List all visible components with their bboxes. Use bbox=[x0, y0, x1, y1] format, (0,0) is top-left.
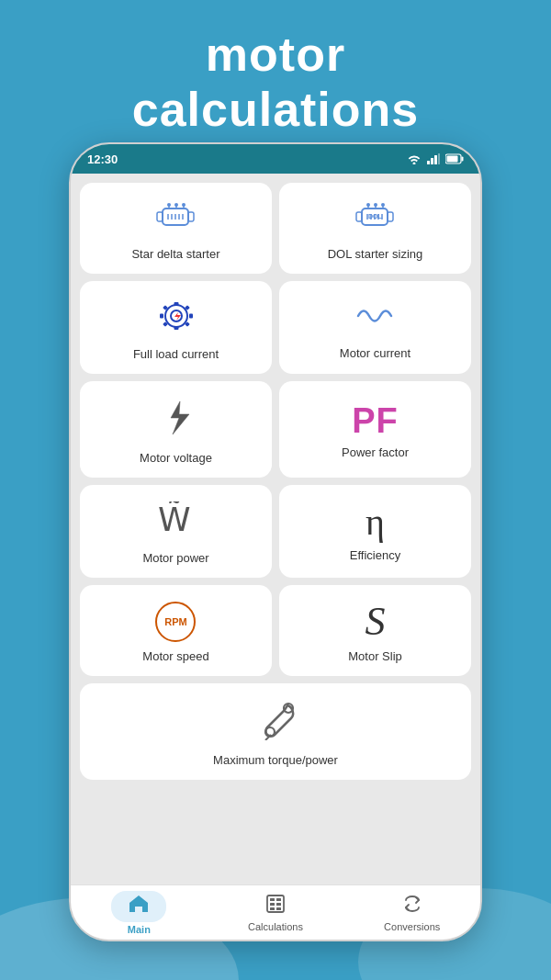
signal-icon bbox=[427, 153, 440, 164]
power-factor-icon: PF bbox=[352, 403, 399, 438]
svg-rect-5 bbox=[438, 153, 440, 164]
card-star-delta[interactable]: Star delta starter bbox=[80, 183, 272, 274]
cards-grid: Star delta starter bbox=[80, 183, 471, 780]
svg-text:DOL: DOL bbox=[368, 213, 383, 220]
svg-point-22 bbox=[182, 203, 186, 207]
card-power-factor-label: Power factor bbox=[342, 445, 409, 459]
card-dol-starter[interactable]: DOL DOL starter sizing bbox=[279, 183, 471, 274]
svg-rect-52 bbox=[267, 896, 284, 912]
svg-text:W̃: W̃ bbox=[158, 501, 191, 538]
card-motor-voltage-label: Motor voltage bbox=[140, 451, 212, 465]
svg-point-34 bbox=[366, 203, 370, 207]
card-motor-speed-label: Motor speed bbox=[142, 649, 208, 663]
svg-rect-58 bbox=[276, 907, 281, 910]
star-delta-icon bbox=[155, 199, 197, 240]
motor-current-icon bbox=[354, 299, 397, 339]
nav-conversions[interactable]: Conversions bbox=[343, 894, 480, 932]
card-motor-power-label: Motor power bbox=[142, 551, 208, 565]
convert-icon bbox=[402, 894, 422, 919]
max-torque-icon bbox=[253, 700, 298, 746]
card-full-load-label: Full load current bbox=[133, 347, 219, 361]
svg-rect-42 bbox=[160, 314, 163, 319]
card-motor-power[interactable]: W̃ Motor power bbox=[80, 485, 272, 578]
motor-voltage-icon bbox=[155, 398, 197, 444]
card-star-delta-label: Star delta starter bbox=[131, 247, 219, 261]
card-motor-speed[interactable]: RPM Motor speed bbox=[80, 585, 272, 676]
svg-point-21 bbox=[174, 203, 178, 207]
wifi-icon bbox=[407, 153, 422, 164]
battery-icon bbox=[445, 153, 464, 164]
efficiency-icon: η bbox=[365, 504, 385, 541]
svg-rect-7 bbox=[447, 156, 458, 163]
rpm-icon: RPM bbox=[155, 602, 196, 642]
card-max-torque-label: Maximum torque/power bbox=[213, 753, 338, 767]
svg-point-35 bbox=[374, 203, 377, 207]
card-motor-current[interactable]: Motor current bbox=[279, 281, 471, 374]
full-load-icon bbox=[155, 298, 197, 340]
dol-icon: DOL bbox=[354, 199, 397, 240]
motor-slip-icon: S bbox=[365, 602, 386, 642]
phone-shell: 12:30 bbox=[69, 142, 482, 941]
nav-main[interactable]: Main bbox=[71, 891, 208, 935]
motor-speed-content: RPM Motor speed bbox=[142, 602, 208, 663]
nav-calculations-label: Calculations bbox=[248, 921, 303, 932]
svg-rect-43 bbox=[189, 314, 193, 319]
svg-rect-41 bbox=[174, 326, 178, 330]
svg-rect-53 bbox=[270, 898, 275, 901]
card-max-torque[interactable]: Maximum torque/power bbox=[80, 683, 471, 780]
bottom-nav: Main Calculations bbox=[71, 884, 480, 940]
cards-area: Star delta starter bbox=[71, 174, 480, 888]
card-efficiency-label: Efficiency bbox=[350, 548, 400, 562]
card-power-factor[interactable]: PF Power factor bbox=[279, 381, 471, 478]
svg-rect-2 bbox=[427, 161, 430, 164]
svg-rect-57 bbox=[270, 907, 275, 910]
card-dol-label: DOL starter sizing bbox=[328, 247, 423, 261]
svg-point-20 bbox=[167, 203, 171, 207]
home-icon bbox=[128, 894, 150, 919]
nav-main-label: Main bbox=[128, 924, 151, 935]
svg-rect-8 bbox=[462, 157, 464, 162]
card-motor-voltage[interactable]: Motor voltage bbox=[80, 381, 272, 478]
svg-rect-55 bbox=[270, 903, 275, 906]
svg-rect-4 bbox=[434, 155, 437, 164]
motor-power-icon: W̃ bbox=[153, 501, 199, 544]
app-title-line2: calculations bbox=[132, 83, 420, 136]
status-icons bbox=[407, 153, 464, 164]
status-bar: 12:30 bbox=[71, 144, 480, 174]
svg-rect-54 bbox=[276, 898, 281, 901]
card-full-load[interactable]: Full load current bbox=[80, 281, 272, 374]
status-time: 12:30 bbox=[87, 152, 118, 166]
calc-icon bbox=[265, 894, 286, 919]
nav-calculations[interactable]: Calculations bbox=[208, 894, 344, 932]
card-motor-current-label: Motor current bbox=[340, 346, 410, 360]
card-motor-slip[interactable]: S Motor Slip bbox=[279, 585, 471, 676]
svg-rect-56 bbox=[276, 903, 281, 906]
card-efficiency[interactable]: η Efficiency bbox=[279, 485, 471, 578]
card-motor-slip-label: Motor Slip bbox=[348, 649, 402, 663]
nav-conversions-label: Conversions bbox=[384, 921, 440, 932]
app-title-line1: motor bbox=[206, 28, 345, 81]
svg-point-36 bbox=[381, 203, 385, 207]
svg-rect-3 bbox=[431, 158, 433, 164]
svg-rect-40 bbox=[174, 302, 178, 306]
